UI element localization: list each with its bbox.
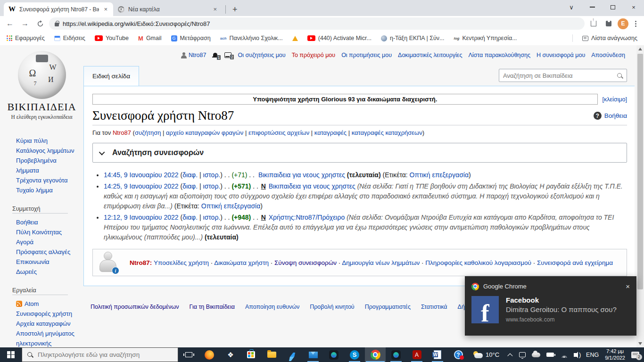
search-icon[interactable] (617, 73, 623, 79)
mobile-view-link[interactable]: Προβολή κινητού (310, 304, 354, 310)
talk-link[interactable]: συζήτηση (135, 129, 161, 136)
browser-menu-button[interactable] (631, 21, 640, 27)
taskbar-search-input[interactable] (38, 351, 165, 358)
block-log-link[interactable]: αρχείο καταγραφών φραγών (166, 129, 243, 136)
mail-button[interactable] (303, 347, 323, 362)
sidebar-item-featured[interactable]: Προβεβλημένα λήμματα (16, 156, 80, 175)
webex-button[interactable] (323, 347, 344, 362)
tag-link[interactable]: Οπτική επεξεργασία (201, 202, 260, 210)
tab-wikipedia[interactable]: W Συνεισφορά χρήστη Ntro87 - Βικ × (4, 2, 113, 16)
sidebar-item-email-user[interactable]: Αποστολή μηνύματος ηλεκτρονικής αλληλογρ… (16, 329, 80, 347)
contrib-timestamp-link[interactable]: 12:12, 9 Ιανουαρίου 2022 (104, 214, 179, 221)
help-label[interactable]: Βοήθεια (604, 112, 627, 119)
sidebar-item-agora[interactable]: Αγορά (16, 237, 80, 247)
disclaimers-link[interactable]: Αποποίηση ευθυνών (245, 304, 299, 310)
share-button[interactable] (587, 17, 600, 30)
sidebar-item-contact[interactable]: Επικοινωνία (16, 257, 80, 267)
subtitle-user-link[interactable]: Ntro87 (113, 129, 131, 136)
webex-button-2[interactable] (386, 347, 406, 362)
notifications-bell-button[interactable]: 1 (212, 52, 218, 58)
dropbox-button[interactable]: ❖ (220, 347, 240, 362)
bookmark-activate[interactable]: (440) Activate Micr... (307, 35, 372, 41)
diff-link[interactable]: διαφ. (182, 171, 198, 179)
tab-new-tab[interactable]: Νέα καρτέλα × (113, 2, 223, 16)
chrome-button[interactable] (365, 347, 386, 362)
notification-body[interactable]: f Facebook Dimitra Geroitou: Ο παππους σ… (465, 290, 636, 323)
cross-wiki-contribs-link[interactable]: Συνεισφορά ανά εγχείρημα (537, 259, 613, 266)
bookmark-news[interactable]: Ειδήσεις (54, 35, 85, 41)
window-menu-caret[interactable]: ∨ (561, 0, 582, 14)
articles-created-link[interactable]: Δημιουργία νέων λημμάτων (342, 259, 420, 266)
privacy-policy-link[interactable]: Πολιτική προσωπικών δεδομένων (91, 304, 179, 310)
language-indicator[interactable]: ENG (586, 352, 599, 358)
statistics-link[interactable]: Στατιστικά (421, 304, 447, 310)
sidebar-item-logs[interactable]: Αρχεία καταγραφών (16, 319, 80, 329)
history-link[interactable]: ιστορ. (203, 171, 221, 179)
page-link[interactable]: Βικιπαιδεια για νεους χρηστες (258, 171, 345, 179)
chrome-notification[interactable]: Google Chrome × f Facebook Dimitra Geroi… (465, 276, 636, 336)
diff-link[interactable]: διαφ. (182, 182, 198, 190)
user-subpages-link[interactable]: Υποσελίδες χρήστη (154, 259, 209, 266)
notices-inbox-button[interactable]: 2 (224, 52, 231, 58)
microsoft-store-button[interactable] (240, 347, 261, 362)
bookmark-gmail[interactable]: M Gmail (138, 35, 162, 42)
sidebar-item-community[interactable]: Πύλη Κοινότητας (16, 227, 80, 237)
sidebar-item-main[interactable]: Κύρια πύλη (16, 136, 80, 146)
bookmark-eclass[interactable]: η-Τάξη ΕΚΠΑ | Σύν... (381, 35, 444, 41)
new-tab-button[interactable]: + (229, 5, 241, 15)
preferences-link[interactable]: Οι προτιμήσεις μου (341, 52, 392, 58)
taskbar-clock[interactable]: 7:42 μμ 9/1/2022 (605, 348, 625, 362)
logout-link[interactable]: Αποσύνδεση (591, 52, 625, 58)
bookmark-school-network[interactable]: sch Πανελλήνιο Σχολικ... (220, 35, 283, 41)
start-button[interactable] (0, 347, 22, 362)
extensions-button[interactable] (603, 17, 615, 30)
beta-features-link[interactable]: Δοκιμαστικές λειτουργίες (398, 52, 462, 58)
wiki-search-box[interactable] (499, 69, 627, 82)
minimize-button[interactable] (582, 0, 603, 14)
scrollbar-thumb[interactable] (637, 54, 643, 289)
word-button[interactable]: W (427, 347, 448, 362)
tab-close-icon[interactable]: × (212, 6, 218, 13)
scroll-down-arrow[interactable] (638, 342, 642, 345)
weather-widget[interactable]: 10°C (469, 347, 503, 362)
task-view-button[interactable] (178, 347, 199, 362)
uploads-link[interactable]: επιφορτώσεις αρχείων (248, 129, 309, 136)
flash-app-button[interactable] (282, 347, 303, 362)
sitenotice-text[interactable]: Υποψηφιότητα χρήστη Glorious 93 για δικα… (92, 94, 598, 105)
username-link[interactable]: Ntro87 (189, 52, 206, 58)
contrib-timestamp-link[interactable]: 14:45, 9 Ιανουαρίου 2022 (104, 171, 179, 179)
wikipedia-wordmark[interactable]: ΒΙΚΙΠΑΙΔΕΙΑ (0, 101, 83, 113)
page-scrollbar[interactable] (636, 45, 644, 347)
bookmark-pma[interactable] (292, 36, 298, 41)
sitenotice-close-link[interactable]: [κλείσιμο] (603, 96, 627, 103)
bookmark-apps[interactable]: Εφαρμογές (7, 35, 45, 41)
global-account-link[interactable]: Πληροφορίες καθολικού λογαριασμού (425, 259, 531, 266)
my-sandbox-link[interactable]: Το πρόχειρό μου (292, 52, 335, 58)
onedrive-icon[interactable] (532, 353, 540, 357)
address-bar[interactable]: https://el.wikipedia.org/wiki/Ειδικό:Συν… (49, 17, 585, 30)
close-button[interactable]: × (623, 0, 644, 14)
back-button[interactable]: ← (4, 17, 16, 30)
reload-button[interactable] (34, 17, 46, 30)
history-link[interactable]: ιστορ. (203, 214, 221, 221)
watchlist-link[interactable]: Λίστα παρακολούθησης (468, 52, 530, 58)
sidebar-item-recent-changes[interactable]: Πρόσφατες αλλαγές (16, 247, 80, 257)
my-talk-link[interactable]: Οι συζητήσεις μου (238, 52, 285, 58)
reading-list-button[interactable]: Λίστα ανάγνωσης (582, 35, 637, 41)
logs-link[interactable]: καταγραφές (314, 129, 347, 136)
user-rights-link[interactable]: Δικαιώματα χρήστη (214, 259, 269, 266)
sidebar-item-help[interactable]: Βοήθεια (16, 217, 80, 227)
my-contributions-link[interactable]: Η συνεισφορά μου (537, 52, 585, 58)
taskbar-search-box[interactable] (22, 347, 178, 362)
get-help-button[interactable]: ? (448, 347, 469, 362)
speaker-icon[interactable] (574, 353, 577, 357)
forward-button[interactable]: → (19, 17, 31, 30)
bookmark-translate[interactable]: G Μετάφραση (171, 35, 211, 41)
skype-button[interactable]: S (344, 347, 365, 362)
sidebar-item-user-contributions[interactable]: Συνεισφορές χρήστη (16, 309, 80, 319)
user-page-link[interactable]: Ntro87 (181, 52, 206, 58)
help-link[interactable]: ? Βοήθεια (594, 112, 627, 120)
sidebar-item-donate[interactable]: Δωρεές (16, 267, 80, 277)
contribs-search-panel[interactable]: Αναζήτηση συνεισφορών (92, 143, 627, 163)
scroll-up-arrow[interactable] (638, 48, 642, 50)
